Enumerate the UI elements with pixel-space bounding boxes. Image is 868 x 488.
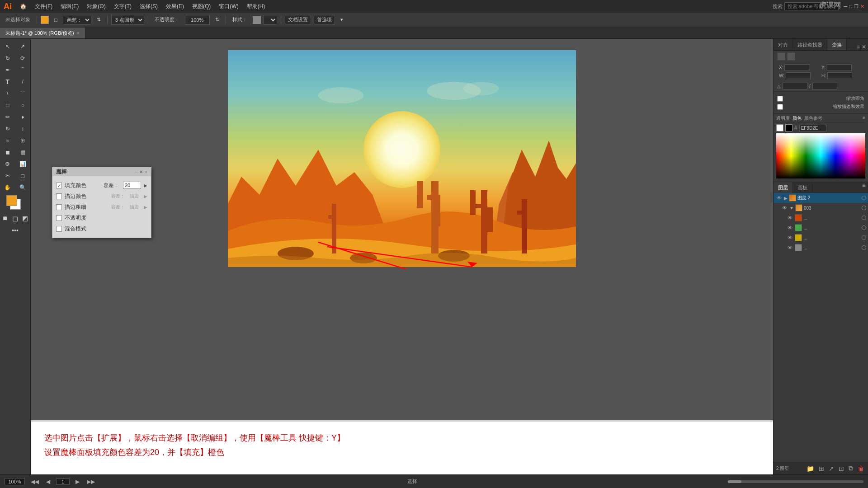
- restore-btn[interactable]: ❐: [854, 4, 859, 9]
- last-page-btn[interactable]: ▶▶: [85, 479, 96, 485]
- reflect-tool[interactable]: ⟳: [15, 52, 31, 64]
- layer-003-row[interactable]: 👁 ▼ 003: [774, 203, 868, 213]
- stroke-color-checkbox[interactable]: [56, 193, 62, 199]
- opacity-arrows[interactable]: ⇅: [212, 16, 222, 23]
- scrollbar-h[interactable]: [728, 480, 863, 483]
- search-input[interactable]: [784, 2, 839, 10]
- zoom-input[interactable]: [5, 478, 25, 485]
- scale-stroke-checkbox[interactable]: [777, 104, 783, 110]
- pathfinder-tab[interactable]: 路径查找器: [793, 39, 827, 50]
- brush-tool[interactable]: ✏: [0, 111, 15, 123]
- page-input[interactable]: [56, 479, 70, 485]
- gradient-tool[interactable]: ◼: [0, 146, 15, 158]
- fill-tolerance-arrow[interactable]: ▶: [144, 183, 147, 188]
- style-color-swatch[interactable]: [253, 16, 261, 24]
- maximize-btn[interactable]: □: [849, 4, 852, 9]
- duplicate-btn[interactable]: ⧉: [847, 465, 854, 472]
- mesh-tool[interactable]: ⊞: [15, 135, 31, 146]
- rotate-tool[interactable]: ↻: [0, 52, 15, 64]
- artboard-tab[interactable]: 画板: [793, 182, 812, 193]
- slice-tool[interactable]: ✂: [0, 170, 15, 182]
- delete-layer-btn[interactable]: 🗑: [856, 465, 865, 472]
- next-page-btn[interactable]: ▶: [74, 479, 81, 485]
- hand-tool[interactable]: ✋: [0, 182, 15, 193]
- stroke-color-arrow[interactable]: ▶: [144, 194, 147, 199]
- scale-corners-checkbox[interactable]: [777, 96, 783, 102]
- prev-page-btn[interactable]: ◀: [45, 479, 52, 485]
- stroke-width-arrow[interactable]: ▶: [144, 205, 147, 210]
- stroke-width-checkbox[interactable]: [56, 204, 62, 210]
- layer2-eye[interactable]: 👁: [775, 195, 783, 201]
- no-fill-btn[interactable]: ◻: [10, 212, 20, 224]
- menu-text[interactable]: 文字(T): [110, 2, 135, 11]
- scale-tool[interactable]: ↕: [15, 123, 31, 135]
- align-icon-1[interactable]: [777, 52, 785, 61]
- template-btn[interactable]: ⊡: [837, 465, 845, 472]
- menu-window[interactable]: 窗口(W): [215, 2, 242, 11]
- magic-wand-close-btn[interactable]: ✕: [139, 169, 143, 174]
- style-select[interactable]: [264, 15, 277, 25]
- menu-object[interactable]: 对象(O): [83, 2, 109, 11]
- gradient-fill-btn[interactable]: ◩: [20, 212, 30, 224]
- hex-input[interactable]: [799, 125, 826, 131]
- rect-tool[interactable]: □: [0, 99, 15, 111]
- minimize-btn[interactable]: ─: [844, 4, 848, 9]
- layers-tab[interactable]: 图层: [774, 182, 793, 193]
- white-swatch[interactable]: [776, 124, 783, 131]
- layer003-expand[interactable]: ▼: [789, 206, 794, 211]
- layer-green-row[interactable]: 👁 ...: [774, 223, 868, 233]
- transparency-tab[interactable]: 透明度: [776, 115, 790, 122]
- document-tab[interactable]: 未标题-1* @ 100% (RGB/预览) ×: [0, 28, 85, 38]
- brush-arrows[interactable]: ⇅: [94, 16, 104, 23]
- w-input[interactable]: [786, 72, 811, 79]
- layer-gray-eye[interactable]: 👁: [786, 245, 793, 250]
- menu-effect[interactable]: 效果(E): [162, 2, 188, 11]
- black-swatch[interactable]: [785, 124, 793, 131]
- layer-red-row[interactable]: 👁 ...: [774, 213, 868, 223]
- layer003-eye[interactable]: 👁: [781, 205, 788, 211]
- close-btn[interactable]: ✕: [860, 4, 864, 9]
- type-path-tool[interactable]: /: [15, 76, 31, 88]
- more-tools-btn[interactable]: •••: [0, 224, 30, 237]
- fill-color-checkbox[interactable]: ✓: [56, 183, 62, 188]
- menu-file[interactable]: 文件(F): [31, 2, 56, 11]
- bezier-tool[interactable]: ⌒: [15, 64, 31, 76]
- color-tab[interactable]: 颜色: [793, 115, 802, 122]
- opacity-input[interactable]: [185, 15, 210, 25]
- align-icon-2[interactable]: [787, 52, 795, 61]
- fill-tolerance-input[interactable]: [123, 182, 141, 189]
- direct-select-tool[interactable]: ↗: [15, 41, 31, 52]
- align-tab[interactable]: 对齐: [774, 39, 793, 50]
- menu-edit[interactable]: 编辑(E): [57, 2, 82, 11]
- eraser-tool[interactable]: ◻: [15, 170, 31, 182]
- points-select[interactable]: 3 点圆形: [111, 15, 144, 25]
- blob-brush-tool[interactable]: ♦: [15, 111, 31, 123]
- layer2-expand[interactable]: ▶: [784, 196, 788, 201]
- doc-settings-btn[interactable]: 文档设置: [285, 15, 311, 24]
- shear-input[interactable]: [812, 83, 837, 89]
- warp-tool[interactable]: ≈: [0, 135, 15, 146]
- solid-fill-btn[interactable]: ■: [0, 212, 10, 224]
- blend-mode-checkbox[interactable]: [56, 226, 62, 232]
- type-tool[interactable]: T: [0, 76, 15, 88]
- first-page-btn[interactable]: ◀◀: [29, 479, 40, 485]
- chart-tool[interactable]: ▦: [15, 146, 31, 158]
- transform-tab[interactable]: 变换: [827, 39, 847, 50]
- preferences-arrow[interactable]: ▾: [338, 16, 346, 23]
- column-graph-tool[interactable]: 📊: [15, 158, 31, 170]
- tab-close-btn[interactable]: ×: [77, 31, 80, 36]
- panel-close-icon[interactable]: ✕: [862, 44, 866, 50]
- layer-gray-row[interactable]: 👁 ...: [774, 243, 868, 253]
- pen-tool[interactable]: ✒: [0, 64, 15, 76]
- layers-menu-icon[interactable]: ≡: [859, 182, 868, 193]
- arc-tool[interactable]: ⌒: [15, 88, 31, 99]
- menu-select[interactable]: 选择(S): [136, 2, 161, 11]
- rotate-tool2[interactable]: ↻: [0, 123, 15, 135]
- menu-view[interactable]: 视图(Q): [189, 2, 214, 11]
- color-panel-menu[interactable]: ≡: [863, 115, 865, 122]
- fill-color-swatch[interactable]: [41, 16, 49, 24]
- brush-select[interactable]: 画笔：: [63, 15, 91, 25]
- menu-home[interactable]: 🏠: [16, 2, 30, 10]
- layer-2-row[interactable]: 👁 ▶ 图层 2: [774, 193, 868, 203]
- move-to-layer-btn[interactable]: ↗: [827, 465, 835, 472]
